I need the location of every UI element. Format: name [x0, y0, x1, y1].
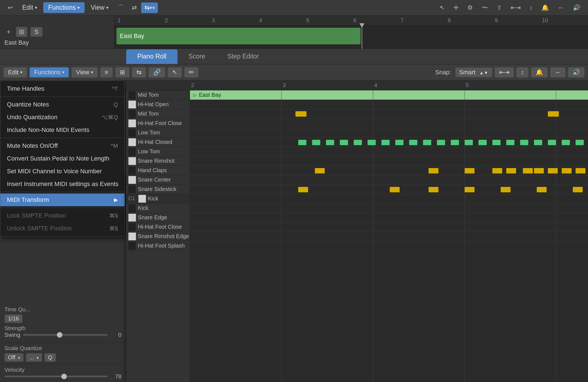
menu-insert-instrument[interactable]: Insert Instrument MIDI settings as Event…	[0, 178, 125, 190]
east-bay-block[interactable]: East Bay	[116, 28, 361, 44]
bell-icon[interactable]: 🔔	[538, 2, 552, 13]
tab-score[interactable]: Score	[178, 49, 216, 64]
pr-functions-btn[interactable]: Functions ▾	[29, 67, 69, 78]
note-y1[interactable]	[315, 168, 325, 174]
pr-zoom-icon[interactable]: ↕	[516, 67, 529, 78]
pan-icon[interactable]: ↔	[554, 2, 567, 13]
swing-slider[interactable]	[23, 334, 108, 336]
velocity-thumb[interactable]	[61, 374, 67, 379]
note-green-19[interactable]	[548, 140, 556, 145]
tab-step-editor[interactable]: Step Editor	[216, 49, 270, 64]
pr-edit-btn[interactable]: Edit ▾	[3, 67, 27, 78]
note-y8[interactable]	[548, 168, 558, 174]
note-green-4[interactable]	[340, 140, 348, 145]
note-green-12[interactable]	[451, 140, 459, 145]
note-kick-1[interactable]	[298, 187, 308, 192]
drum-key-snare-edge	[128, 214, 136, 221]
pr-midi-in-icon[interactable]: ⇆	[132, 67, 146, 78]
pr-link-icon[interactable]: 🔗	[148, 67, 165, 78]
curve-icon[interactable]: ⌒	[115, 2, 127, 14]
scale-off-btn[interactable]: Off ▾	[4, 353, 24, 362]
snap-value[interactable]: Smart ▲▼	[455, 67, 492, 77]
note-y9[interactable]	[562, 168, 572, 174]
pointer-icon[interactable]: ↖	[436, 2, 448, 13]
note-kick-4[interactable]	[465, 187, 475, 192]
note-green-20[interactable]	[562, 140, 570, 145]
view-menu-top[interactable]: View ▾	[86, 2, 113, 13]
menu-quantize-notes[interactable]: Quantize Notes Q	[0, 98, 125, 111]
add-track-icon[interactable]: +	[4, 27, 13, 37]
pr-mute-icon[interactable]: 🔔	[531, 67, 548, 78]
note-1[interactable]	[295, 111, 306, 117]
velocity-slider[interactable]	[4, 376, 108, 377]
pr-view-btn[interactable]: View ▾	[71, 67, 98, 78]
pr-pencil-icon[interactable]: ✏	[184, 67, 199, 78]
note-kick-6[interactable]	[537, 187, 547, 192]
note-y6[interactable]	[523, 168, 533, 174]
note-kick-2[interactable]	[390, 187, 400, 192]
back-icon[interactable]: ↩	[4, 2, 16, 13]
menu-mute-notes[interactable]: Mute Notes On/Off ^M	[0, 139, 125, 152]
volume-icon[interactable]: 🔊	[569, 2, 584, 13]
note-y7[interactable]	[534, 168, 544, 174]
pr-volume2-icon[interactable]: 🔊	[568, 67, 585, 78]
smarttool-icon[interactable]: ⇆↤	[141, 2, 158, 13]
note-green-16[interactable]	[506, 140, 514, 145]
note-green-6[interactable]	[368, 140, 376, 145]
menu-time-handles[interactable]: Time Handles ^T	[0, 82, 125, 95]
pr-pan2-icon[interactable]: ↔	[550, 67, 566, 78]
functions-menu-top[interactable]: Functions ▾	[43, 2, 85, 13]
note-kick-5[interactable]	[501, 187, 511, 192]
settings-icon[interactable]: ⚙	[464, 2, 476, 13]
pr-grid-icon[interactable]: ⊞	[115, 67, 130, 78]
note-green-1[interactable]	[298, 140, 306, 145]
note-green-18[interactable]	[534, 140, 542, 145]
note-green-17[interactable]	[520, 140, 528, 145]
note-y4[interactable]	[492, 168, 502, 174]
edit-menu[interactable]: Edit ▾	[17, 2, 42, 13]
note-y2[interactable]	[429, 168, 439, 174]
loop-icon[interactable]: ⇤⇥	[507, 2, 524, 13]
menu-undo-quantization[interactable]: Undo Quantization ⌥⌘Q	[0, 111, 125, 124]
note-green-11[interactable]	[437, 140, 445, 145]
add-region-icon[interactable]: ⊞	[16, 27, 27, 37]
note-green-15[interactable]	[492, 140, 501, 145]
drum-row-snare-rimshot-edge: Snare Rimshot Edge	[126, 232, 190, 241]
note-green-13[interactable]	[465, 140, 473, 145]
time-quantize-label: Time Qu...	[4, 306, 121, 313]
midi-icon[interactable]: ⇄	[128, 2, 140, 13]
note-y3[interactable]	[465, 168, 475, 174]
note-green-7[interactable]	[381, 140, 390, 145]
tab-piano-roll[interactable]: Piano Roll	[126, 49, 178, 64]
pr-ruler-5: 5	[465, 82, 556, 88]
note-green-14[interactable]	[478, 140, 487, 145]
note-kick-3[interactable]	[429, 187, 439, 192]
bounce-icon[interactable]: ⇧	[493, 2, 505, 13]
transpose-icon[interactable]: ↕	[526, 2, 536, 13]
quantize-value-btn[interactable]: 1/16	[4, 314, 22, 323]
note-green-10[interactable]	[423, 140, 431, 145]
scale-ellipsis-btn[interactable]: ... ▾	[26, 353, 42, 362]
scale-q-btn[interactable]: Q	[44, 353, 56, 362]
waveform-icon[interactable]: 〜	[478, 2, 491, 14]
menu-set-midi-channel[interactable]: Set MIDI Channel to Voice Number	[0, 165, 125, 178]
note-2[interactable]	[548, 111, 559, 117]
menu-include-non-note[interactable]: Include Non-Note MIDI Events	[0, 124, 125, 136]
note-y5[interactable]	[506, 168, 516, 174]
note-green-3[interactable]	[326, 140, 334, 145]
note-green-9[interactable]	[409, 140, 417, 145]
note-green-5[interactable]	[354, 140, 362, 145]
pr-fit-icon[interactable]: ⇤⇥	[495, 67, 514, 78]
menu-midi-transform[interactable]: MIDI Transform ▶	[0, 193, 125, 206]
swing-thumb[interactable]	[57, 332, 62, 338]
note-green-2[interactable]	[312, 140, 320, 145]
solo-btn[interactable]: S	[31, 27, 42, 37]
pr-pointer-icon[interactable]: ↖	[168, 67, 182, 78]
note-y10[interactable]	[576, 168, 586, 174]
note-green-21[interactable]	[576, 140, 584, 145]
note-kick-7[interactable]	[573, 187, 583, 192]
note-green-8[interactable]	[395, 140, 404, 145]
menu-convert-sustain[interactable]: Convert Sustain Pedal to Note Length	[0, 152, 125, 165]
pr-equalizer-icon[interactable]: ≡	[100, 67, 113, 78]
crosshair-icon[interactable]: ✛	[450, 2, 462, 13]
